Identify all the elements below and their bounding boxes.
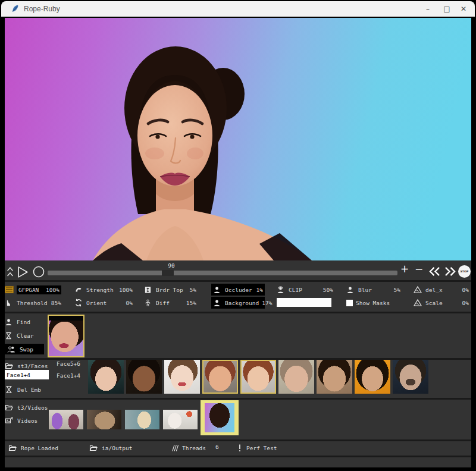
embedding-name-entry[interactable] [5, 370, 49, 379]
play-button[interactable] [15, 264, 30, 280]
threads-slashes-icon [171, 444, 178, 452]
maximize-button[interactable]: □ [438, 1, 456, 17]
param-label: Brdr Top [156, 287, 183, 293]
video-thumbnail-5-selected[interactable] [201, 400, 239, 435]
face-thumbnail-6[interactable] [278, 360, 314, 394]
found-face-thumbnail[interactable] [48, 315, 84, 357]
param-label: Threshold [17, 300, 47, 306]
videos-folder-button[interactable]: t3/Videos [5, 402, 48, 413]
video-thumbnail-3[interactable] [125, 410, 159, 429]
param-gfpgan[interactable]: GFPGAN 100% [5, 284, 61, 296]
find-button[interactable]: Find [5, 316, 30, 327]
person-icon [213, 285, 222, 294]
clear-button[interactable]: Clear [5, 330, 34, 341]
record-circle-icon [32, 265, 45, 278]
output-folder-label: ia/Output [102, 445, 132, 451]
param-value: 100% [46, 287, 60, 293]
faces-folder-label: st3/Faces [17, 363, 48, 369]
titlebar: Rope-Ruby – □ ✕ [1, 1, 475, 17]
face-thumbnail-7[interactable] [317, 360, 352, 394]
person-icon [346, 285, 355, 294]
rope-loaded-label: Rope Loaded [21, 445, 58, 451]
load-rope-button[interactable]: Rope Loaded [8, 442, 58, 453]
param-del-x[interactable]: del_x 0% [414, 284, 469, 296]
strength-icon [74, 285, 83, 294]
video-preview[interactable] [5, 18, 471, 260]
clear-label: Clear [17, 332, 34, 339]
swap-button[interactable]: Swap [5, 344, 44, 354]
face-thumbnail-9[interactable] [393, 360, 428, 394]
minimize-button[interactable]: – [419, 1, 437, 17]
fast-forward-button[interactable] [443, 265, 457, 277]
param-scale[interactable]: Scale 0% [414, 297, 469, 309]
param-label: Orient [86, 300, 107, 306]
param-background[interactable]: Background 17% [211, 297, 265, 309]
param-diff[interactable]: Diff 15% [144, 297, 196, 309]
frame-minus-button[interactable]: − [413, 263, 425, 276]
video-thumbnail-4[interactable] [163, 410, 198, 429]
rewind-icon [428, 266, 441, 277]
threads-value[interactable]: 6 [215, 444, 219, 450]
app-window: Rope-Ruby – □ ✕ [1, 1, 475, 470]
show-masks-toggle[interactable]: Show Masks [346, 297, 400, 309]
param-occluder[interactable]: Occluder 1% [211, 284, 265, 296]
clip-text-entry[interactable] [277, 298, 331, 307]
close-button[interactable]: ✕ [455, 1, 472, 17]
param-value: 85% [51, 300, 61, 306]
perf-test-toggle[interactable]: Perf Test [238, 442, 277, 453]
param-label: CLIP [289, 287, 302, 293]
face-thumbnail-5-selected[interactable] [240, 360, 276, 394]
person-icon [5, 318, 13, 326]
show-masks-checkbox[interactable] [346, 300, 353, 306]
param-brdr-top[interactable]: Brdr Top 5% [144, 284, 196, 296]
threads-control[interactable]: Threads [171, 442, 206, 453]
param-label: Scale [425, 300, 443, 306]
param-threshold[interactable]: Threshold 85% [5, 297, 61, 309]
face-set-label[interactable]: Face1+4 [57, 372, 80, 379]
videos-mode-button[interactable]: Videos [5, 415, 37, 426]
rewind-button[interactable] [427, 265, 441, 277]
face-thumbnail-3[interactable] [164, 360, 200, 394]
timeline-begin-button[interactable] [5, 265, 15, 279]
media-image-icon [5, 416, 14, 425]
face-thumbnail-8[interactable] [355, 360, 390, 394]
param-label: Strength [86, 287, 114, 293]
output-folder-button[interactable]: ia/Output [89, 442, 132, 453]
param-value: 0% [126, 300, 133, 306]
record-button[interactable] [32, 264, 46, 280]
warning-triangle-icon [414, 299, 422, 307]
videos-folder-label: t3/Videos [17, 404, 48, 411]
video-thumbnail-2[interactable] [87, 410, 121, 429]
frame-plus-button[interactable]: + [399, 263, 411, 276]
param-value: 15% [186, 300, 196, 306]
exclamation-icon [238, 444, 243, 452]
param-orient[interactable]: Orient 0% [74, 297, 133, 309]
timeline-slider[interactable] [48, 271, 397, 275]
face-thumbnail-4-selected[interactable] [202, 360, 238, 394]
folder-icon [8, 444, 17, 452]
param-label: Diff [156, 300, 170, 306]
video-thumbnail-1[interactable] [49, 410, 83, 429]
timeline-slider-handle[interactable] [162, 270, 174, 276]
swap-label: Swap [20, 346, 33, 353]
face-set-label[interactable]: Face5+6 [57, 360, 80, 367]
param-value: 50% [323, 287, 333, 293]
face-thumbnail-2[interactable] [126, 360, 162, 394]
gfpgan-icon [5, 285, 14, 294]
param-blur[interactable]: Blur 5% [346, 284, 400, 296]
separator [5, 439, 471, 441]
face-thumbnail-1[interactable] [88, 360, 124, 394]
param-label: del_x [425, 287, 443, 293]
delete-embedding-label: Del Emb [17, 387, 41, 393]
separator [5, 398, 471, 400]
separator [5, 312, 471, 313]
param-clip[interactable]: CLIP 50% [277, 284, 333, 296]
param-value: 100% [119, 287, 133, 293]
param-label: Blur [358, 287, 372, 293]
param-value: 1% [256, 287, 263, 293]
stop-button[interactable]: STOP [458, 265, 471, 278]
person-icon [213, 299, 222, 307]
param-strength[interactable]: Strength 100% [74, 284, 133, 296]
param-value: 5% [190, 287, 196, 293]
delete-embedding-button[interactable]: Del Emb [5, 384, 41, 395]
